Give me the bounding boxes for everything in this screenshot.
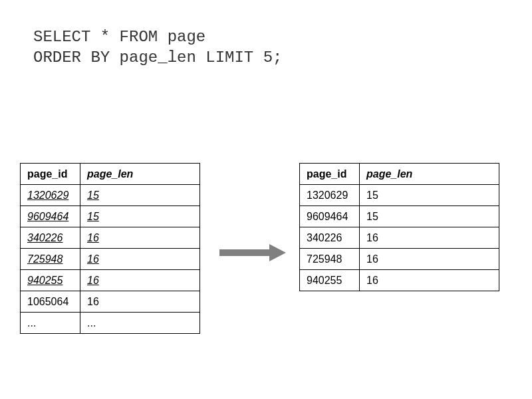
table-row: 72594816 [300,249,499,270]
cell-page-id: 340226 [21,227,80,249]
arrow-icon [219,243,286,263]
table-row: 106506416 [21,291,200,313]
col-header-page-id: page_id [21,164,80,185]
cell-page-len: 16 [80,227,200,249]
cell-page-len: 16 [80,291,200,313]
sql-line-2: ORDER BY page_len LIMIT 5; [33,49,282,66]
table-row: 94025516 [21,270,200,291]
cell-page-len: 15 [360,185,499,206]
cell-page-len: 15 [80,185,200,206]
table-header-row: page_id page_len [21,164,200,185]
cell-page-len: 15 [80,206,200,227]
table-row: 132062915 [300,185,499,206]
table-row: 34022616 [21,227,200,249]
col-header-page-id: page_id [300,164,360,185]
table-row: 94025516 [300,270,499,291]
cell-page-id: 9609464 [21,206,80,227]
cell-page-id: 9609464 [300,206,360,227]
cell-page-len: 16 [360,249,499,270]
source-table: page_id page_len 13206291596094641534022… [20,163,200,334]
table-header-row: page_id page_len [300,164,499,185]
table-row: 960946415 [300,206,499,227]
cell-page-id: 725948 [21,249,80,270]
cell-page-id: 940255 [21,270,80,291]
cell-page-id: 1320629 [21,185,80,206]
sql-line-1: SELECT * FROM page [33,28,205,46]
cell-page-len: 15 [360,206,499,227]
sql-query: SELECT * FROM page ORDER BY page_len LIM… [33,27,282,68]
cell-page-len: 16 [360,270,499,291]
col-header-page-len: page_len [80,164,200,185]
table-row: 34022616 [300,227,499,249]
cell-page-len: 16 [80,270,200,291]
table-row: 960946415 [21,206,200,227]
svg-marker-1 [269,244,286,261]
cell-page-id: 940255 [300,270,360,291]
table-row: 132062915 [21,185,200,206]
col-header-page-len: page_len [360,164,499,185]
table-row: 72594816 [21,249,200,270]
cell-page-id: ... [21,313,80,334]
table-row: ...... [21,313,200,334]
cell-page-id: 725948 [300,249,360,270]
cell-page-id: 340226 [300,227,360,249]
cell-page-id: 1065064 [21,291,80,313]
result-table: page_id page_len 13206291596094641534022… [299,163,499,291]
cell-page-len: 16 [80,249,200,270]
cell-page-id: 1320629 [300,185,360,206]
cell-page-len: 16 [360,227,499,249]
cell-page-len: ... [80,313,200,334]
